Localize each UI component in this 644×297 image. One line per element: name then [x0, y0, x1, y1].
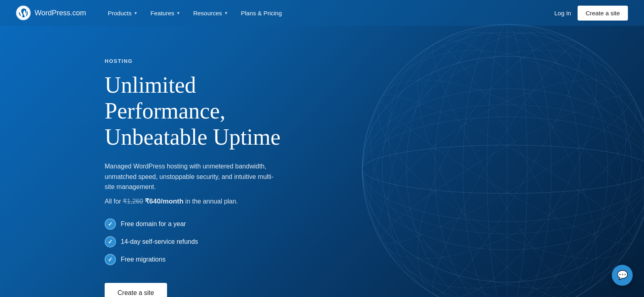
original-price: ₹1,260 [123, 198, 143, 205]
navbar: WordPress.com Products ▼ Features ▼ Reso… [0, 0, 644, 26]
list-item: 14-day self-service refunds [105, 236, 282, 247]
hero-create-site-button[interactable]: Create a site [105, 283, 167, 297]
svg-point-25 [417, 33, 597, 297]
svg-point-22 [372, 79, 643, 260]
svg-point-20 [362, 105, 644, 234]
svg-point-19 [362, 145, 644, 193]
logo-text: WordPress.com [35, 9, 86, 17]
svg-point-4 [362, 89, 644, 250]
hero-description: Managed WordPress hosting with unmetered… [105, 161, 282, 192]
svg-point-16 [372, 79, 643, 260]
svg-point-27 [346, 8, 644, 297]
svg-point-10 [407, 24, 608, 297]
svg-point-5 [362, 56, 644, 282]
svg-point-6 [362, 32, 644, 297]
features-arrow-icon: ▼ [176, 11, 180, 15]
discounted-price: ₹640/month [145, 197, 184, 205]
pricing-line: All for ₹1,260 ₹640/month in the annual … [105, 197, 282, 206]
chat-icon: 💬 [617, 270, 628, 280]
nav-links: Products ▼ Features ▼ Resources ▼ Plans … [102, 6, 555, 20]
svg-point-2 [362, 145, 644, 193]
nav-plans-pricing[interactable]: Plans & Pricing [235, 6, 288, 20]
svg-point-17 [351, 44, 644, 294]
hero-title: Unlimited Performance, Unbeatable Uptime [105, 72, 282, 150]
svg-point-21 [362, 56, 644, 282]
globe-decoration [346, 8, 644, 297]
svg-point-9 [435, 24, 580, 297]
check-icon [105, 254, 116, 265]
nav-right: Log In Create a site [554, 6, 628, 21]
svg-point-14 [382, 13, 632, 297]
section-label: HOSTING [105, 58, 282, 64]
svg-point-3 [362, 117, 644, 222]
resources-arrow-icon: ▼ [224, 11, 228, 15]
features-list: Free domain for a year 14-day self-servi… [105, 218, 282, 265]
products-arrow-icon: ▼ [134, 11, 138, 15]
svg-point-7 [487, 24, 527, 297]
svg-point-13 [417, 33, 597, 297]
wordpress-logo-icon [16, 6, 31, 20]
svg-point-18 [346, 8, 644, 297]
svg-point-11 [382, 24, 632, 297]
list-item: Free migrations [105, 254, 282, 265]
nav-create-site-button[interactable]: Create a site [578, 6, 628, 21]
hero-section: HOSTING Unlimited Performance, Unbeatabl… [0, 26, 282, 297]
list-item: Free domain for a year [105, 218, 282, 230]
nav-resources[interactable]: Resources ▼ [188, 6, 234, 20]
check-icon [105, 236, 116, 247]
nav-products[interactable]: Products ▼ [102, 6, 143, 20]
svg-point-0 [362, 24, 644, 297]
svg-point-1 [362, 24, 644, 297]
logo-link[interactable]: WordPress.com [16, 6, 86, 20]
login-link[interactable]: Log In [554, 10, 571, 17]
check-icon [105, 218, 116, 230]
svg-point-8 [463, 24, 551, 297]
svg-point-24 [346, 8, 644, 297]
chat-support-button[interactable]: 💬 [612, 265, 633, 286]
nav-features[interactable]: Features ▼ [145, 6, 186, 20]
svg-point-23 [351, 44, 644, 294]
svg-point-26 [382, 13, 632, 297]
svg-point-15 [346, 8, 644, 297]
